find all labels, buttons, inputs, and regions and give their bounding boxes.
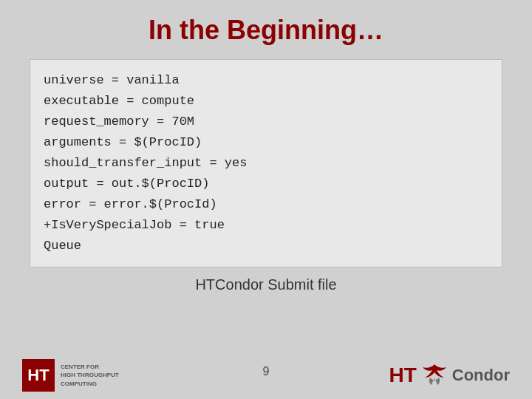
- page-number: 9: [263, 365, 270, 378]
- slide-title: In the Beginning…: [30, 15, 502, 46]
- ht-logo-line2: HIGH THROUGHPUT: [61, 371, 119, 379]
- code-line-9: Queue: [44, 236, 488, 256]
- code-line-2: executable = compute: [44, 91, 488, 112]
- htcondor-ht-text: HT: [389, 364, 416, 387]
- slide: In the Beginning… universe = vanilla exe…: [0, 0, 532, 399]
- code-line-8: +IsVerySpecialJob = true: [44, 215, 488, 236]
- code-line-6: output = out.$(ProcID): [44, 174, 488, 194]
- ht-logo-line1: CENTER FOR: [61, 363, 119, 371]
- htcondor-logo: HT Condor: [389, 361, 510, 389]
- ht-logo: HT CENTER FOR HIGH THROUGHPUT COMPUTING: [22, 359, 119, 392]
- footer: HT CENTER FOR HIGH THROUGHPUT COMPUTING …: [0, 359, 532, 392]
- ht-logo-letters: HT: [27, 366, 49, 385]
- htcondor-condor-text: Condor: [452, 366, 510, 385]
- ht-logo-square: HT: [22, 359, 55, 392]
- condor-bird-icon: [419, 361, 450, 389]
- code-line-1: universe = vanilla: [44, 70, 488, 91]
- code-line-4: arguments = $(ProcID): [44, 132, 488, 153]
- caption: HTCondor Submit file: [195, 276, 336, 293]
- ht-logo-text: CENTER FOR HIGH THROUGHPUT COMPUTING: [61, 363, 119, 388]
- code-line-7: error = error.$(ProcId): [44, 194, 488, 215]
- code-block: universe = vanilla executable = compute …: [30, 59, 502, 267]
- code-line-5: should_transfer_input = yes: [44, 153, 488, 174]
- ht-logo-line3: COMPUTING: [61, 380, 119, 388]
- code-line-3: request_memory = 70M: [44, 112, 488, 132]
